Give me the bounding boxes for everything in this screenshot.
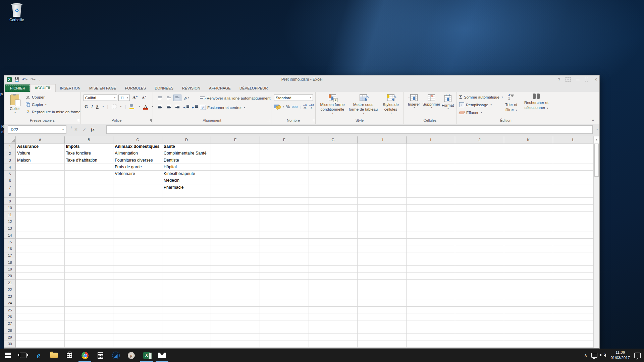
formula-bar-splitter[interactable]: ⋮	[69, 126, 73, 128]
cell-E22[interactable]	[211, 286, 260, 293]
cell-I19[interactable]	[407, 266, 455, 273]
cell-B22[interactable]	[65, 286, 114, 293]
cell-B4[interactable]	[65, 164, 114, 171]
cell-K2[interactable]	[504, 150, 553, 157]
cell-F1[interactable]	[260, 143, 309, 150]
cell-A10[interactable]	[16, 205, 65, 212]
cell-I8[interactable]	[407, 191, 455, 198]
scrollbar-thumb[interactable]	[594, 144, 599, 177]
cell-H22[interactable]	[358, 286, 407, 293]
cell-E25[interactable]	[211, 307, 260, 313]
cell-F14[interactable]	[260, 232, 309, 239]
cell-D12[interactable]	[162, 218, 211, 225]
cell-L27[interactable]	[553, 320, 593, 327]
cell-K11[interactable]	[504, 212, 553, 218]
cell-E1[interactable]	[211, 143, 260, 150]
cell-I27[interactable]	[407, 320, 455, 327]
cell-B31[interactable]	[65, 348, 114, 348]
cell-G23[interactable]	[309, 293, 358, 300]
row-header-22[interactable]: 22	[4, 286, 16, 293]
cell-G15[interactable]	[309, 239, 358, 245]
formula-input[interactable]	[106, 125, 593, 134]
cell-G2[interactable]	[309, 150, 358, 157]
cell-D24[interactable]	[162, 300, 211, 307]
cell-A17[interactable]	[16, 252, 65, 259]
cell-G8[interactable]	[309, 191, 358, 198]
cell-K16[interactable]	[504, 245, 553, 252]
help-button[interactable]: ?	[558, 77, 560, 81]
cell-E5[interactable]	[211, 171, 260, 177]
cell-A16[interactable]	[16, 245, 65, 252]
action-center-icon[interactable]	[634, 353, 641, 358]
cell-C20[interactable]	[113, 273, 162, 280]
cell-G25[interactable]	[309, 307, 358, 313]
italic-button[interactable]: I	[91, 104, 93, 109]
cell-C17[interactable]	[113, 252, 162, 259]
cell-D22[interactable]	[162, 286, 211, 293]
cell-H20[interactable]	[358, 273, 407, 280]
increase-decimal-button[interactable]: ←0,00	[303, 104, 307, 110]
clear-button[interactable]: Effacer▾	[459, 111, 482, 115]
cell-E3[interactable]	[211, 157, 260, 164]
cell-F13[interactable]	[260, 225, 309, 232]
vertical-scrollbar[interactable]: ▲	[593, 136, 599, 348]
minimize-button[interactable]: —	[576, 77, 580, 81]
name-box-dropdown[interactable]: ▼	[60, 128, 66, 131]
tab-accueil[interactable]: ACCUEIL	[30, 84, 55, 92]
cell-F30[interactable]	[260, 341, 309, 348]
cell-A7[interactable]	[16, 184, 65, 191]
cell-J12[interactable]	[455, 218, 504, 225]
cell-F19[interactable]	[260, 266, 309, 273]
cell-J9[interactable]	[455, 198, 504, 204]
number-format-select[interactable]: Standard▾	[274, 95, 313, 101]
cell-J19[interactable]	[455, 266, 504, 273]
cell-B10[interactable]	[65, 205, 114, 212]
cell-E7[interactable]	[211, 184, 260, 191]
cell-I21[interactable]	[407, 280, 455, 286]
cell-K14[interactable]	[504, 232, 553, 239]
cell-B28[interactable]	[65, 327, 114, 334]
cell-H26[interactable]	[358, 313, 407, 320]
redo-button[interactable]: ↷▾	[30, 77, 36, 82]
cell-C29[interactable]	[113, 334, 162, 341]
cell-H15[interactable]	[358, 239, 407, 245]
cell-A22[interactable]	[16, 286, 65, 293]
cell-D18[interactable]	[162, 259, 211, 266]
cell-F4[interactable]	[260, 164, 309, 171]
cell-B9[interactable]	[65, 198, 114, 204]
cell-D5[interactable]: Kinésithérapeute	[162, 171, 211, 177]
cell-D14[interactable]	[162, 232, 211, 239]
cell-E16[interactable]	[211, 245, 260, 252]
start-button[interactable]	[0, 349, 15, 362]
cell-K3[interactable]	[504, 157, 553, 164]
cell-I16[interactable]	[407, 245, 455, 252]
cell-C7[interactable]	[113, 184, 162, 191]
cell-G14[interactable]	[309, 232, 358, 239]
cell-A3[interactable]: Maison	[16, 157, 65, 164]
column-header-D[interactable]: D	[162, 136, 211, 143]
cell-I15[interactable]	[407, 239, 455, 245]
cell-I9[interactable]	[407, 198, 455, 204]
cell-C27[interactable]	[113, 320, 162, 327]
cell-G27[interactable]	[309, 320, 358, 327]
column-header-I[interactable]: I	[407, 136, 455, 143]
name-box[interactable]: D22 ▼	[8, 125, 66, 134]
cell-H25[interactable]	[358, 307, 407, 313]
cell-H23[interactable]	[358, 293, 407, 300]
cell-G16[interactable]	[309, 245, 358, 252]
cell-J31[interactable]	[455, 348, 504, 348]
cell-H6[interactable]	[358, 177, 407, 184]
enter-formula-button[interactable]: ✓	[83, 127, 86, 132]
cell-A12[interactable]	[16, 218, 65, 225]
column-header-A[interactable]: A	[16, 136, 65, 143]
cell-A25[interactable]	[16, 307, 65, 313]
cell-L30[interactable]	[553, 341, 593, 348]
cell-F23[interactable]	[260, 293, 309, 300]
cell-D1[interactable]: Santé	[162, 143, 211, 150]
cell-E26[interactable]	[211, 313, 260, 320]
undo-button[interactable]: ↶▾	[22, 77, 28, 82]
cell-J22[interactable]	[455, 286, 504, 293]
cell-J1[interactable]	[455, 143, 504, 150]
cell-G10[interactable]	[309, 205, 358, 212]
cell-E2[interactable]	[211, 150, 260, 157]
